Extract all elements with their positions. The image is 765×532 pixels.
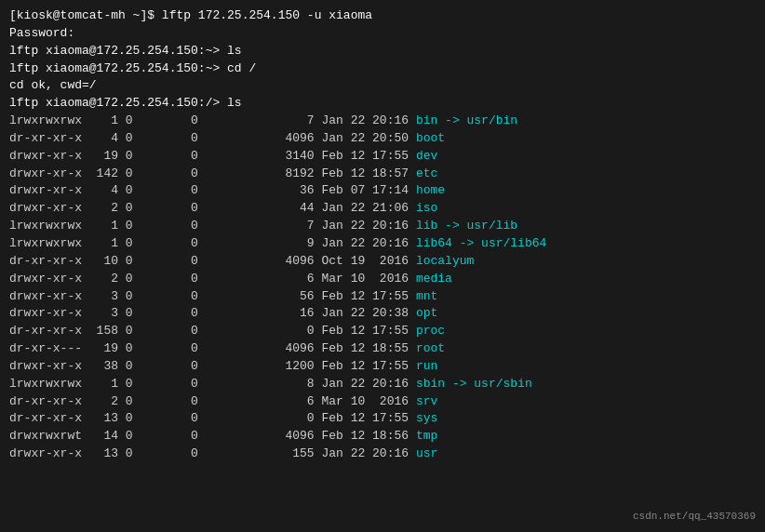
directory-name: tmp	[416, 429, 437, 443]
terminal-line: drwxrwxrwt 14 0 0 4096 Feb 12 18:56 tmp	[9, 428, 756, 446]
directory-name: usr	[416, 446, 437, 460]
terminal-line: drwxr-xr-x 19 0 0 3140 Feb 12 17:55 dev	[9, 148, 756, 166]
terminal-line: drwxr-xr-x 2 0 0 44 Jan 22 21:06 iso	[9, 200, 756, 218]
watermark: csdn.net/qq_43570369	[633, 510, 756, 525]
directory-name: mnt	[416, 289, 437, 303]
terminal-line: lftp xiaoma@172.25.254.150:~> cd /	[9, 60, 756, 78]
directory-name: boot	[416, 131, 445, 145]
terminal-line: dr-xr-xr-x 10 0 0 4096 Oct 19 2016 local…	[9, 253, 756, 271]
terminal-line: lftp xiaoma@172.25.254.150:~> ls	[9, 43, 756, 60]
directory-name: srv	[416, 394, 437, 408]
terminal-line: cd ok, cwd=/	[9, 77, 756, 95]
directory-name: dev	[416, 149, 437, 163]
terminal-line: dr-xr-xr-x 13 0 0 0 Feb 12 17:55 sys	[9, 410, 756, 428]
directory-name: home	[416, 183, 445, 197]
terminal-line: drwxr-xr-x 13 0 0 155 Jan 22 20:16 usr	[9, 446, 756, 463]
directory-name: iso	[416, 201, 437, 215]
terminal-line: lrwxrwxrwx 1 0 0 7 Jan 22 20:16 lib -> u…	[9, 218, 756, 235]
terminal-line: dr-xr-x--- 19 0 0 4096 Feb 12 18:55 root	[9, 340, 756, 358]
directory-name: lib64 -> usr/lib64	[416, 236, 546, 250]
terminal-line: lrwxrwxrwx 1 0 0 8 Jan 22 20:16 sbin -> …	[9, 376, 756, 393]
terminal-line: drwxr-xr-x 4 0 0 36 Feb 07 17:14 home	[9, 182, 756, 200]
terminal-line: dr-xr-xr-x 158 0 0 0 Feb 12 17:55 proc	[9, 323, 756, 340]
terminal-line: dr-xr-xr-x 2 0 0 6 Mar 10 2016 srv	[9, 393, 756, 411]
terminal-line: lftp xiaoma@172.25.254.150:/> ls	[9, 95, 756, 113]
terminal-line: Password:	[9, 25, 756, 43]
terminal-line: drwxr-xr-x 3 0 0 16 Jan 22 20:38 opt	[9, 305, 756, 323]
directory-name: sys	[416, 411, 437, 425]
directory-name: etc	[416, 166, 437, 180]
directory-name: bin -> usr/bin	[416, 113, 517, 127]
directory-name: root	[416, 341, 445, 355]
directory-name: run	[416, 359, 437, 373]
terminal-window: [kiosk@tomcat-mh ~]$ lftp 172.25.254.150…	[9, 7, 756, 463]
terminal-line: lrwxrwxrwx 1 0 0 9 Jan 22 20:16 lib64 ->…	[9, 235, 756, 253]
terminal-line: lrwxrwxrwx 1 0 0 7 Jan 22 20:16 bin -> u…	[9, 113, 756, 130]
directory-name: lib -> usr/lib	[416, 219, 517, 233]
directory-name: proc	[416, 324, 445, 338]
terminal-line: dr-xr-xr-x 4 0 0 4096 Jan 22 20:50 boot	[9, 130, 756, 148]
terminal-line: drwxr-xr-x 38 0 0 1200 Feb 12 17:55 run	[9, 358, 756, 376]
directory-name: sbin -> usr/sbin	[416, 377, 532, 391]
directory-name: opt	[416, 306, 437, 320]
terminal-line: [kiosk@tomcat-mh ~]$ lftp 172.25.254.150…	[9, 7, 756, 25]
terminal-line: drwxr-xr-x 142 0 0 8192 Feb 12 18:57 etc	[9, 166, 756, 183]
terminal-line: drwxr-xr-x 2 0 0 6 Mar 10 2016 media	[9, 271, 756, 288]
directory-name: media	[416, 272, 452, 286]
directory-name: localyum	[416, 254, 474, 268]
terminal-line: drwxr-xr-x 3 0 0 56 Feb 12 17:55 mnt	[9, 288, 756, 306]
